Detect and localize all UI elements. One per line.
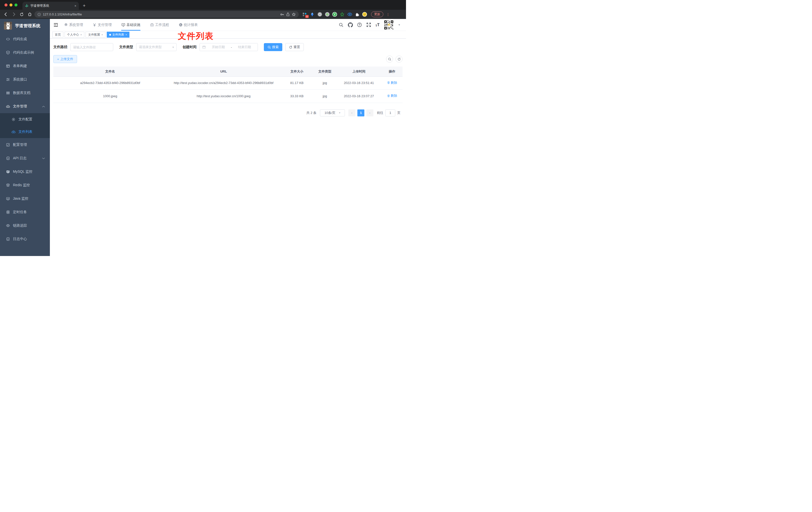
page-size-select[interactable]: 10条/页 ▾ (320, 110, 345, 116)
table-row: a294ecb2-73dd-4353-bf40-296b8931d0bf htt… (53, 77, 403, 90)
sidebar-item-scheduled-tasks[interactable]: 定时任务 (0, 205, 50, 219)
tags-view-bar: 首页 个人中心 × 文件配置 × 文件列表 × (50, 31, 406, 39)
top-navigation: 系统管理 支付管理 基础设施 工作流程 (64, 19, 198, 31)
nav-item-payment[interactable]: 支付管理 (92, 19, 112, 31)
browser-menu-icon[interactable]: ⋮ (386, 12, 390, 17)
sidebar-item-file-list[interactable]: 文件列表 (0, 126, 50, 138)
bookmark-star-icon[interactable] (292, 12, 296, 17)
table-search-toggle-icon[interactable] (386, 56, 393, 63)
sidebar-item-code-generation[interactable]: 代码生成 (0, 32, 50, 46)
tag-label: 个人中心 (67, 33, 79, 37)
goto-page-input[interactable] (385, 110, 395, 116)
sidebar-item-form-builder[interactable]: 表单构建 (0, 59, 50, 73)
github-icon[interactable] (348, 23, 353, 27)
cell-url: http://test.yudao.iocoder.cn/a294ecb2-73… (167, 77, 280, 90)
col-header-url: URL (167, 66, 280, 77)
tag-close-icon[interactable]: × (125, 33, 127, 36)
goto-page: 前往 页 (377, 110, 401, 116)
date-range-picker[interactable]: 开始日期 - 结束日期 (200, 43, 258, 51)
back-icon[interactable] (2, 11, 9, 18)
next-page-button[interactable]: › (366, 110, 373, 116)
user-menu-caret-icon[interactable]: ▼ (398, 24, 401, 26)
sidebar-item-code-example[interactable]: 代码生成示例 (0, 46, 50, 59)
sidebar-item-api-log[interactable]: API 日志 (0, 152, 50, 165)
extension-y-icon[interactable] (332, 12, 337, 17)
sidebar-item-label: Java 监控 (13, 197, 50, 201)
help-icon[interactable] (357, 23, 362, 27)
site-info-icon[interactable] (37, 13, 41, 16)
tag-home[interactable]: 首页 (52, 32, 63, 38)
font-size-icon[interactable]: TT (376, 23, 380, 27)
password-key-icon[interactable] (280, 12, 284, 17)
prev-page-button[interactable]: ‹ (348, 110, 355, 116)
avatar-qr-code[interactable] (384, 20, 394, 30)
nav-item-reports[interactable]: 统计报表 (179, 19, 198, 31)
tag-close-icon[interactable]: × (80, 33, 82, 36)
table-refresh-icon[interactable] (396, 56, 403, 63)
search-button[interactable]: 搜索 (264, 43, 282, 51)
nav-label: 系统管理 (69, 23, 83, 27)
extension-star-icon[interactable] (340, 12, 345, 17)
sidebar-item-db-doc[interactable]: 数据库文档 (0, 86, 50, 100)
file-management-submenu: 文件配置 文件列表 (0, 113, 50, 138)
file-path-input[interactable] (73, 46, 111, 49)
browser-update-button[interactable]: 更新 (371, 11, 383, 17)
sidebar-item-file-config[interactable]: 文件配置 (0, 113, 50, 126)
sidebar-item-label: 数据库文档 (13, 91, 50, 95)
date-separator: - (231, 46, 232, 49)
fullscreen-icon[interactable] (366, 23, 371, 27)
goto-suffix: 页 (397, 111, 401, 115)
sidebar-fold-icon[interactable] (53, 23, 58, 27)
logo-row[interactable]: 芋道管理系统 (0, 19, 50, 32)
extension-eye-icon[interactable] (347, 12, 352, 17)
nav-label: 工作流程 (155, 23, 169, 27)
tag-close-icon[interactable]: × (101, 33, 103, 36)
search-button-label: 搜索 (272, 45, 279, 49)
extension-emoji-icon[interactable] (362, 12, 367, 17)
tab-close-icon[interactable]: × (74, 4, 76, 8)
delete-link[interactable]: 删除 (387, 80, 397, 86)
nav-item-workflow[interactable]: 工作流程 (150, 19, 169, 31)
forward-icon[interactable] (10, 11, 17, 18)
reset-button[interactable]: 重置 (285, 43, 304, 51)
extension-puzzle-icon[interactable] (355, 12, 359, 17)
extension-command-icon[interactable] (317, 12, 322, 17)
extension-grid-icon[interactable]: 11 (302, 12, 307, 17)
delete-link[interactable]: 删除 (387, 93, 397, 98)
edit-square-icon (6, 143, 10, 147)
sidebar-item-trace[interactable]: 链路追踪 (0, 219, 50, 232)
sidebar-item-mysql-monitor[interactable]: MySQL 监控 (0, 165, 50, 179)
share-icon[interactable] (286, 12, 290, 16)
extension-kite-icon[interactable] (310, 12, 315, 17)
browser-tab[interactable]: 芋道管理系统 × (23, 2, 79, 10)
nav-item-infrastructure[interactable]: 基础设施 (121, 19, 140, 31)
upload-file-button[interactable]: + 上传文件 (53, 55, 77, 63)
extension-record-icon[interactable] (325, 12, 330, 17)
page-number-current[interactable]: 1 (357, 110, 364, 116)
sidebar-item-redis-monitor[interactable]: Redis 监控 (0, 179, 50, 192)
nav-label: 支付管理 (98, 23, 112, 27)
address-bar[interactable]: 127.0.0.1:1024/infra/file/file (34, 11, 299, 18)
tag-profile[interactable]: 个人中心 × (65, 32, 84, 38)
sidebar-item-java-monitor[interactable]: Java 监控 (0, 192, 50, 205)
window-zoom-button[interactable] (14, 3, 18, 6)
cell-size: 81.17 KB (280, 77, 314, 90)
sidebar-item-system-api[interactable]: 系统接口 (0, 73, 50, 86)
browser-toolbar: 127.0.0.1:1024/infra/file/file 11 (0, 10, 406, 19)
window-close-button[interactable] (4, 3, 7, 6)
sidebar-item-file-management[interactable]: 文件管理 (0, 100, 50, 113)
tag-file-list[interactable]: 文件列表 × (107, 32, 129, 38)
new-tab-button[interactable]: + (83, 2, 86, 10)
nav-item-system[interactable]: 系统管理 (64, 19, 83, 31)
sidebar-item-log-center[interactable]: 日志中心 (0, 232, 50, 246)
home-icon[interactable] (26, 11, 33, 18)
reload-icon[interactable] (19, 11, 25, 18)
browser-chrome: 芋道管理系统 × + 127.0.0.1:1024/infra/ (0, 0, 406, 19)
search-icon[interactable] (339, 23, 344, 27)
browser-tabstrip: 芋道管理系统 × + (0, 0, 406, 10)
file-type-select[interactable]: 请选择文件类型 ▾ (136, 43, 177, 51)
tag-file-config[interactable]: 文件配置 × (86, 32, 105, 38)
cell-filename: a294ecb2-73dd-4353-bf40-296b8931d0bf (53, 77, 167, 90)
window-minimize-button[interactable] (9, 3, 12, 6)
sidebar-item-config-management[interactable]: 配置管理 (0, 138, 50, 152)
